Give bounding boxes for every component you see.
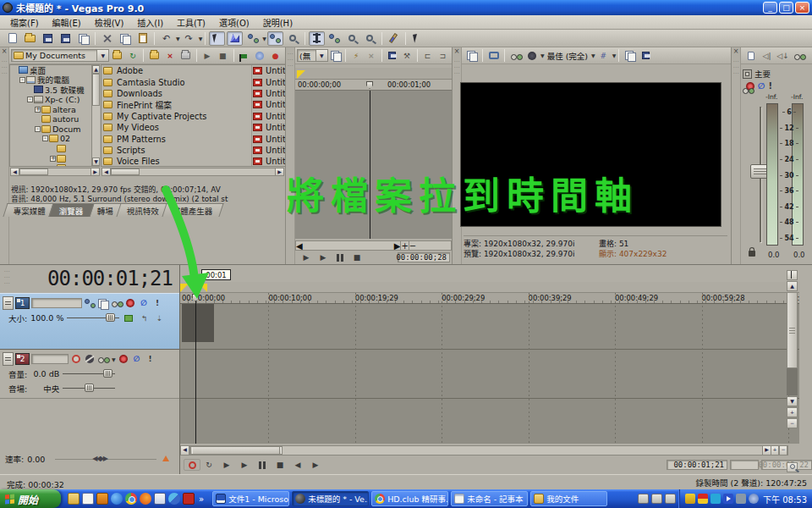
split-screen-icon[interactable]: [524, 49, 539, 62]
taskbar-task-button[interactable]: 文件1 - Microso...: [212, 491, 289, 506]
size-slider[interactable]: [67, 318, 119, 318]
scroll-down-icon[interactable]: ▼: [787, 396, 798, 406]
make-parent-icon[interactable]: ↰: [138, 312, 150, 323]
dock-close-icon[interactable]: ×: [733, 47, 739, 55]
trimmer-dock-grip[interactable]: ⋮⋮⋮: [286, 47, 295, 264]
tree-item[interactable]: +: [10, 153, 99, 163]
trimmer-ruler[interactable]: 00:00:00;00 00:00:01;00: [295, 80, 452, 91]
menu-item[interactable]: 編輯(E): [46, 15, 88, 30]
track-name-field[interactable]: [31, 354, 69, 364]
automation-settings-icon[interactable]: [111, 298, 123, 309]
normal-edit-tool-icon[interactable]: [209, 31, 225, 46]
dock-tab[interactable]: 媒體產生器: [162, 203, 223, 217]
paint-tool-icon[interactable]: [386, 31, 402, 46]
add-to-favorites-icon[interactable]: [238, 49, 251, 62]
loop-start-marker-icon[interactable]: [180, 284, 189, 292]
trimmer-cursor-handle[interactable]: [366, 81, 373, 89]
track-motion-icon[interactable]: [84, 298, 96, 309]
scroll-right-icon[interactable]: ▶: [394, 241, 401, 250]
zoom-in-icon[interactable]: +: [400, 241, 408, 250]
timeline-timecode[interactable]: 00:00:01;21: [47, 267, 173, 290]
cursor-time-display[interactable]: 00:00:01;21: [667, 460, 727, 470]
go-to-end-icon[interactable]: ▶: [308, 460, 323, 471]
trimmer-time-display[interactable]: 00:00:00;28: [398, 252, 450, 262]
file-row[interactable]: Untit: [252, 111, 285, 122]
trimmer-scrollbar[interactable]: ◀ ▶ + −: [295, 240, 452, 251]
scroll-left-icon[interactable]: ◀: [296, 241, 303, 250]
mail-icon[interactable]: [154, 493, 166, 505]
volume-value[interactable]: 0.0 dB: [30, 369, 59, 378]
track-lanes[interactable]: [180, 304, 799, 444]
render-as-icon[interactable]: [58, 31, 74, 46]
tree-toggle[interactable]: -: [35, 126, 41, 132]
play-from-start-icon[interactable]: ▶: [219, 460, 234, 471]
redo-icon[interactable]: ↷: [181, 31, 197, 46]
scroll-thumb[interactable]: [92, 74, 100, 106]
menu-item[interactable]: 工具(T): [170, 15, 212, 30]
rate-marker-icon[interactable]: [162, 456, 169, 461]
split-screen-dropdown-icon[interactable]: ▼: [540, 52, 545, 58]
pan-slider[interactable]: [63, 388, 115, 389]
volume-tray-icon[interactable]: [749, 494, 759, 504]
ime-pen-icon[interactable]: [651, 494, 662, 504]
taskbar-task-button[interactable]: 未標題的 * - Ve...: [292, 491, 369, 506]
scroll-left-icon[interactable]: ◀: [181, 446, 189, 455]
save-icon[interactable]: [40, 31, 56, 46]
scroll-up-icon[interactable]: ▲: [787, 281, 798, 291]
selection-time-display[interactable]: [730, 460, 759, 470]
solo-icon[interactable]: !: [145, 354, 156, 365]
start-preview-icon[interactable]: ▶: [200, 49, 214, 62]
play-from-start-icon[interactable]: ▶: [299, 252, 314, 263]
loop-end-marker-icon[interactable]: [199, 284, 207, 292]
address-combo[interactable]: My Documents ▼: [11, 49, 109, 62]
winamp-icon[interactable]: [96, 493, 108, 505]
zoom-in-icon[interactable]: +: [771, 446, 779, 455]
get-media-icon[interactable]: ●: [269, 49, 283, 62]
overlays-dropdown-icon[interactable]: ▼: [612, 52, 617, 58]
tools-icon[interactable]: ⚒: [400, 49, 414, 62]
media-player-icon[interactable]: [168, 493, 180, 505]
minimize-track-icon[interactable]: [3, 352, 14, 366]
auto-crossfade-icon[interactable]: [326, 31, 343, 46]
tree-item[interactable]: [10, 163, 99, 167]
undo-icon[interactable]: ↶: [158, 31, 174, 46]
track-fx-icon[interactable]: [124, 298, 136, 309]
envelope-edit-tool-icon[interactable]: [227, 31, 243, 46]
composite-mode-icon[interactable]: [97, 298, 109, 309]
slider-handle[interactable]: [85, 384, 94, 392]
tree-hscrollbar[interactable]: ◀ ▶: [10, 168, 100, 176]
scroll-thumb[interactable]: [189, 446, 283, 455]
pause-icon[interactable]: [255, 460, 270, 471]
tree-scrollbar[interactable]: ▲ ▼: [91, 65, 100, 166]
invert-phase-icon[interactable]: [84, 354, 96, 365]
refresh-icon[interactable]: ↻: [126, 49, 140, 62]
scrub-control[interactable]: ◀◀▶▶: [55, 459, 156, 460]
slider-handle[interactable]: [106, 313, 115, 322]
scroll-right-icon[interactable]: ▶: [91, 168, 99, 175]
stop-icon[interactable]: ■: [349, 252, 365, 263]
time-selection[interactable]: [182, 304, 214, 342]
save-markers-icon[interactable]: [386, 49, 399, 62]
tree-toggle[interactable]: -: [42, 135, 48, 141]
pan-value[interactable]: 中央: [30, 383, 59, 395]
open-media-icon[interactable]: [329, 49, 343, 62]
menu-item[interactable]: 說明(H): [256, 15, 299, 30]
scroll-thumb[interactable]: [19, 168, 48, 175]
filelist-hscrollbar[interactable]: ◀ ▶: [102, 168, 284, 176]
tree-item[interactable]: - Xp-c (C:): [10, 95, 99, 105]
mute-icon[interactable]: ∅: [138, 298, 150, 309]
file-row[interactable]: Untit: [252, 88, 285, 99]
chrome-icon[interactable]: [125, 493, 137, 505]
vegas-shortcut-icon[interactable]: [183, 493, 195, 505]
go-to-start-icon[interactable]: ◀: [290, 460, 305, 471]
record-arm-icon[interactable]: [70, 354, 82, 365]
size-value[interactable]: 100.0 %: [30, 313, 63, 323]
fit-to-window-icon[interactable]: ⊐: [436, 49, 449, 62]
external-monitor-icon[interactable]: [486, 49, 501, 62]
audio-track-header[interactable]: 2 ▼ ∅ ! 音量: 0.0 dB 音場: 中央: [0, 350, 179, 399]
automation-settings-icon[interactable]: [97, 354, 109, 365]
play-icon[interactable]: ▶: [237, 460, 252, 471]
trimmer-marker-bar[interactable]: [295, 68, 452, 80]
close-button[interactable]: ×: [795, 2, 809, 14]
loop-playback-icon[interactable]: ↻: [201, 460, 217, 471]
